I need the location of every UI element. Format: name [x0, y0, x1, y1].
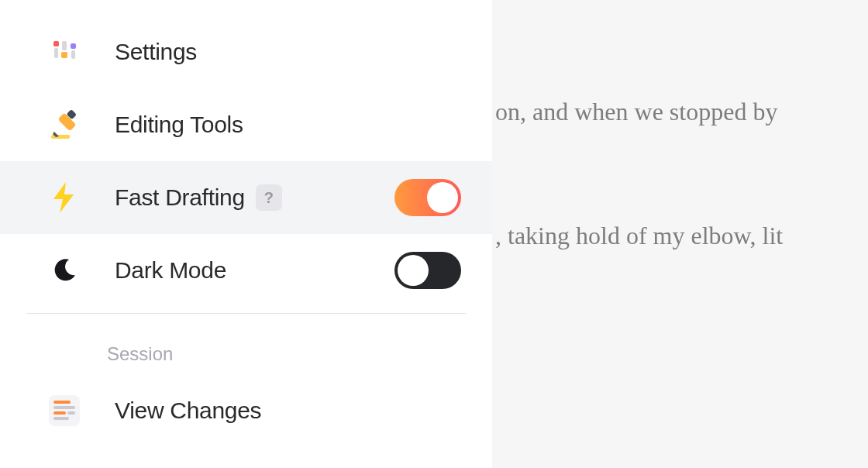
document-line: , taking hold of my elbow, lit	[495, 215, 868, 256]
svg-rect-4	[71, 43, 76, 49]
svg-rect-2	[61, 52, 67, 58]
settings-sidebar: Settings Editing Tools Fast Drafting ?	[0, 0, 492, 468]
svg-rect-1	[54, 48, 58, 58]
moon-icon	[46, 253, 82, 288]
document-line: on, and when we stopped by	[495, 91, 868, 132]
svg-marker-10	[53, 182, 74, 213]
lightning-icon	[46, 180, 82, 215]
svg-rect-12	[53, 401, 71, 404]
svg-rect-15	[67, 411, 75, 415]
document-line: ing off,” he insisted. “I want y	[495, 464, 868, 468]
document-text: on, and when we stopped by , taking hold…	[492, 0, 868, 468]
changes-icon	[46, 393, 82, 428]
menu-item-label: Editing Tools	[115, 112, 243, 138]
menu-item-label: Settings	[115, 39, 197, 65]
toggle-knob	[427, 182, 458, 213]
dark-mode-toggle[interactable]	[394, 252, 461, 289]
fast-drafting-toggle[interactable]	[394, 179, 461, 216]
menu-item-view-changes[interactable]: View Changes	[0, 374, 492, 447]
toggle-knob	[398, 255, 429, 286]
settings-icon	[46, 34, 82, 70]
menu-item-label: Fast Drafting	[115, 184, 245, 211]
svg-rect-3	[62, 41, 67, 50]
menu-item-editing-tools[interactable]: Editing Tools	[0, 88, 492, 161]
svg-rect-5	[71, 50, 75, 59]
menu-item-dark-mode[interactable]: Dark Mode	[0, 234, 492, 307]
menu-item-settings[interactable]: Settings	[0, 15, 492, 88]
svg-rect-14	[53, 411, 66, 415]
svg-rect-11	[49, 395, 80, 426]
menu-item-label: Dark Mode	[115, 257, 226, 284]
menu-item-label: View Changes	[115, 397, 261, 424]
svg-rect-0	[53, 41, 59, 46]
document-preview: on, and when we stopped by , taking hold…	[492, 0, 868, 468]
svg-rect-16	[53, 417, 69, 420]
help-icon[interactable]: ?	[256, 184, 282, 211]
svg-rect-13	[53, 406, 75, 409]
section-header-session: Session	[0, 314, 492, 374]
pencil-icon	[46, 107, 82, 143]
menu-item-fast-drafting[interactable]: Fast Drafting ?	[0, 161, 492, 234]
svg-rect-6	[51, 135, 70, 139]
